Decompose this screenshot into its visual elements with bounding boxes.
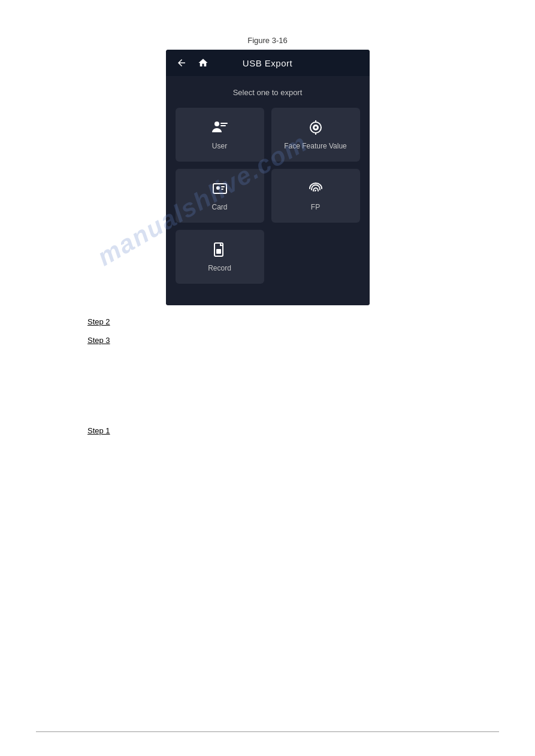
header-title: USB Export — [214, 58, 322, 68]
user-list-svg — [211, 119, 229, 136]
device-frame: USB Export Select one to export — [166, 50, 370, 305]
svg-rect-10 — [221, 186, 225, 187]
record-file-icon — [211, 241, 228, 260]
step-3-link[interactable]: Step 3 — [87, 336, 448, 345]
svg-point-0 — [214, 122, 219, 126]
card-svg — [211, 180, 229, 197]
back-arrow-icon — [176, 57, 187, 68]
svg-rect-8 — [213, 184, 226, 193]
bottom-divider — [36, 731, 499, 732]
device-header: USB Export — [166, 50, 370, 76]
back-button[interactable] — [171, 52, 192, 74]
grid-row-3: Record — [176, 230, 360, 284]
record-file-svg — [211, 241, 228, 258]
face-feature-value-button[interactable]: Face Feature Value — [271, 108, 360, 162]
figure-label: Figure 3-16 — [0, 36, 535, 45]
svg-rect-2 — [220, 125, 226, 126]
step-1-link[interactable]: Step 1 — [87, 426, 448, 435]
fp-button-label: FP — [311, 203, 320, 211]
fingerprint-svg — [307, 180, 325, 197]
svg-rect-11 — [221, 189, 223, 190]
select-label: Select one to export — [176, 88, 360, 97]
step-2-link[interactable]: Step 2 — [87, 317, 448, 326]
card-icon — [211, 180, 229, 199]
svg-rect-14 — [216, 249, 221, 254]
grid-row-2: Card FP — [176, 169, 360, 223]
home-icon — [198, 57, 208, 68]
svg-point-5 — [315, 126, 317, 129]
svg-point-9 — [216, 186, 220, 190]
fingerprint-icon — [307, 180, 325, 199]
device-body: Select one to export User — [166, 76, 370, 305]
page-container: Figure 3-16 USB Export Select one to — [0, 0, 535, 756]
user-button-label: User — [212, 142, 227, 150]
face-scan-svg — [307, 119, 325, 136]
svg-rect-1 — [220, 123, 228, 124]
user-button[interactable]: User — [176, 108, 264, 162]
fp-button[interactable]: FP — [271, 169, 360, 223]
card-button[interactable]: Card — [176, 169, 264, 223]
steps-section: Step 2 Step 3 Step 1 — [0, 305, 535, 435]
user-list-icon — [211, 119, 229, 138]
card-button-label: Card — [211, 203, 227, 211]
record-button[interactable]: Record — [176, 230, 264, 284]
face-feature-value-button-label: Face Feature Value — [284, 142, 347, 150]
record-button-label: Record — [208, 264, 231, 272]
home-button[interactable] — [192, 52, 214, 74]
grid-row-1: User Face Feature Value — [176, 108, 360, 162]
face-scan-icon — [307, 119, 325, 138]
